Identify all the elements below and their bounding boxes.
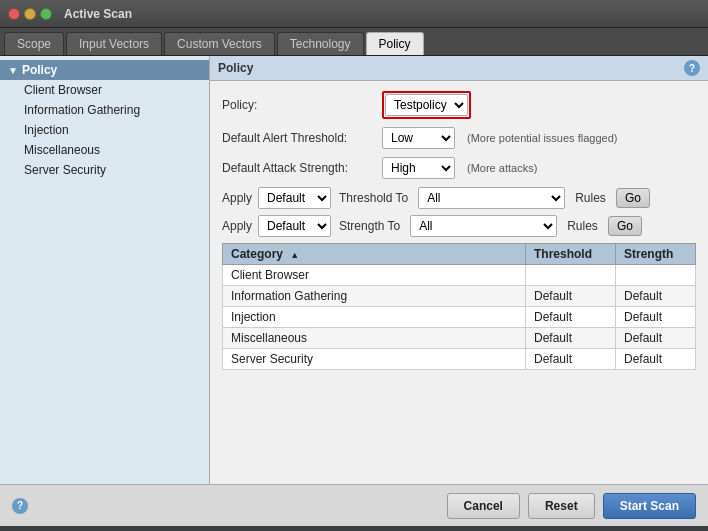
cell-strength: Default: [616, 307, 696, 328]
sidebar-section-label: Policy: [22, 63, 57, 77]
attack-strength-select[interactable]: Low Medium High Insane: [382, 157, 455, 179]
panel: Policy ? Policy: Testpolicy Default Aler…: [210, 56, 708, 484]
sidebar-item-server-security[interactable]: Server Security: [0, 160, 209, 180]
cell-strength: Default: [616, 328, 696, 349]
cancel-button[interactable]: Cancel: [447, 493, 520, 519]
apply-label-1: Apply: [222, 191, 252, 205]
go-button-2[interactable]: Go: [608, 216, 642, 236]
threshold-to-label: Threshold To: [339, 191, 408, 205]
window-title: Active Scan: [64, 7, 132, 21]
col-header-strength: Strength: [616, 244, 696, 265]
table-row[interactable]: MiscellaneousDefaultDefault: [223, 328, 696, 349]
cell-strength: [616, 265, 696, 286]
tab-technology[interactable]: Technology: [277, 32, 364, 55]
panel-body: Policy: Testpolicy Default Alert Thresho…: [210, 81, 708, 380]
strength-to-label: Strength To: [339, 219, 400, 233]
cell-category: Server Security: [223, 349, 526, 370]
alert-threshold-select[interactable]: Low Medium High: [382, 127, 455, 149]
table-row[interactable]: Server SecurityDefaultDefault: [223, 349, 696, 370]
bottom-help-icon[interactable]: ?: [12, 498, 28, 514]
cell-threshold: Default: [526, 349, 616, 370]
attack-strength-label: Default Attack Strength:: [222, 161, 382, 175]
cell-category: Information Gathering: [223, 286, 526, 307]
apply-strength-select[interactable]: Default Low Medium High Insane: [258, 215, 331, 237]
help-icon[interactable]: ?: [684, 60, 700, 76]
cell-threshold: [526, 265, 616, 286]
tabs-bar: Scope Input Vectors Custom Vectors Techn…: [0, 28, 708, 56]
category-table: Category ▲ Threshold Strength Client Bro…: [222, 243, 696, 370]
panel-header: Policy ?: [210, 56, 708, 81]
sidebar-item-information-gathering[interactable]: Information Gathering: [0, 100, 209, 120]
table-row[interactable]: InjectionDefaultDefault: [223, 307, 696, 328]
tab-scope[interactable]: Scope: [4, 32, 64, 55]
table-row[interactable]: Information GatheringDefaultDefault: [223, 286, 696, 307]
policy-label: Policy:: [222, 98, 382, 112]
close-button[interactable]: [8, 8, 20, 20]
window-controls: [8, 8, 52, 20]
strength-to-select[interactable]: All Client Browser Information Gathering…: [410, 215, 557, 237]
table-row[interactable]: Client Browser: [223, 265, 696, 286]
minimize-button[interactable]: [24, 8, 36, 20]
sort-icon: ▲: [290, 250, 299, 260]
sidebar-section-policy[interactable]: ▼ Policy: [0, 60, 209, 80]
tab-policy[interactable]: Policy: [366, 32, 424, 55]
attack-strength-row: Default Attack Strength: Low Medium High…: [222, 157, 696, 179]
main-content: ▼ Policy Client Browser Information Gath…: [0, 56, 708, 484]
cell-strength: Default: [616, 349, 696, 370]
start-scan-button[interactable]: Start Scan: [603, 493, 696, 519]
cell-category: Injection: [223, 307, 526, 328]
reset-button[interactable]: Reset: [528, 493, 595, 519]
alert-threshold-hint: (More potential issues flagged): [467, 132, 617, 144]
title-bar: Active Scan: [0, 0, 708, 28]
tab-custom-vectors[interactable]: Custom Vectors: [164, 32, 275, 55]
col-header-category: Category ▲: [223, 244, 526, 265]
tab-input-vectors[interactable]: Input Vectors: [66, 32, 162, 55]
apply-threshold-select[interactable]: Default Low Medium High Insane: [258, 187, 331, 209]
cell-category: Miscellaneous: [223, 328, 526, 349]
cell-threshold: Default: [526, 307, 616, 328]
threshold-to-select[interactable]: All Client Browser Information Gathering…: [418, 187, 565, 209]
bottom-bar: ? Cancel Reset Start Scan: [0, 484, 708, 526]
maximize-button[interactable]: [40, 8, 52, 20]
rules-label-2: Rules: [567, 219, 598, 233]
sidebar-item-injection[interactable]: Injection: [0, 120, 209, 140]
cell-threshold: Default: [526, 328, 616, 349]
policy-select[interactable]: Testpolicy: [385, 94, 468, 116]
panel-help: ?: [684, 60, 700, 76]
alert-threshold-row: Default Alert Threshold: Low Medium High…: [222, 127, 696, 149]
apply-threshold-row: Apply Default Low Medium High Insane Thr…: [222, 187, 696, 209]
panel-title: Policy: [218, 61, 253, 75]
sidebar-item-miscellaneous[interactable]: Miscellaneous: [0, 140, 209, 160]
arrow-icon: ▼: [8, 65, 18, 76]
attack-strength-hint: (More attacks): [467, 162, 537, 174]
alert-threshold-controls: Low Medium High (More potential issues f…: [382, 127, 617, 149]
go-button-1[interactable]: Go: [616, 188, 650, 208]
attack-strength-controls: Low Medium High Insane (More attacks): [382, 157, 537, 179]
sidebar-item-client-browser[interactable]: Client Browser: [0, 80, 209, 100]
cell-category: Client Browser: [223, 265, 526, 286]
policy-select-wrapper: Testpolicy: [382, 91, 471, 119]
sidebar: ▼ Policy Client Browser Information Gath…: [0, 56, 210, 484]
rules-label-1: Rules: [575, 191, 606, 205]
cell-strength: Default: [616, 286, 696, 307]
col-header-threshold: Threshold: [526, 244, 616, 265]
policy-row: Policy: Testpolicy: [222, 91, 696, 119]
apply-strength-row: Apply Default Low Medium High Insane Str…: [222, 215, 696, 237]
apply-label-2: Apply: [222, 219, 252, 233]
cell-threshold: Default: [526, 286, 616, 307]
alert-threshold-label: Default Alert Threshold:: [222, 131, 382, 145]
bottom-left: ?: [12, 498, 439, 514]
